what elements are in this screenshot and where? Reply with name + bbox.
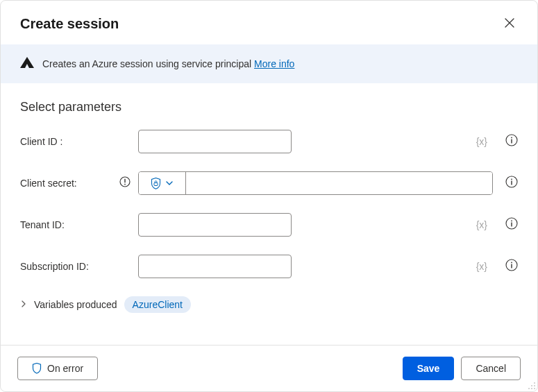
svg-point-1 — [511, 137, 512, 138]
svg-rect-6 — [154, 182, 158, 185]
variable-pill[interactable]: AzureClient — [124, 296, 191, 313]
param-row-client-id: Client ID : {x} — [20, 130, 518, 153]
chevron-right-icon — [20, 300, 27, 308]
tenant-id-input[interactable] — [138, 213, 292, 237]
save-button[interactable]: Save — [403, 357, 455, 380]
section-title: Select parameters — [20, 100, 518, 114]
variable-hint-icon: {x} — [476, 261, 487, 272]
param-row-tenant-id: Tenant ID: {x} — [20, 213, 518, 237]
variable-hint-icon: {x} — [476, 136, 487, 147]
svg-rect-9 — [511, 181, 512, 185]
resize-grip-icon[interactable] — [528, 382, 536, 390]
param-row-client-secret: Client secret: — [20, 171, 518, 195]
close-button[interactable] — [501, 15, 518, 33]
dialog-footer: On error Save Cancel — [1, 345, 537, 391]
variable-hint-icon: {x} — [476, 219, 487, 230]
tenant-id-label: Tenant ID: — [20, 219, 112, 230]
svg-point-14 — [511, 262, 512, 263]
client-id-info-button[interactable] — [505, 134, 518, 149]
client-secret-input[interactable] — [186, 172, 492, 194]
dialog-title: Create session — [20, 16, 119, 32]
chevron-down-icon — [165, 179, 174, 187]
svg-point-17 — [531, 385, 532, 386]
svg-rect-2 — [511, 139, 512, 144]
svg-point-20 — [531, 388, 532, 389]
cancel-button[interactable]: Cancel — [461, 357, 521, 380]
info-icon — [505, 217, 518, 230]
info-icon — [505, 176, 518, 188]
client-id-label: Client ID : — [20, 136, 112, 147]
warning-icon — [119, 176, 131, 187]
subscription-id-info-button[interactable] — [505, 259, 518, 274]
info-icon — [505, 134, 518, 146]
tenant-id-info-button[interactable] — [505, 217, 518, 232]
azure-icon — [20, 57, 34, 71]
subscription-id-label: Subscription ID: — [20, 261, 112, 272]
info-banner: Creates an Azure session using service p… — [1, 44, 537, 83]
dialog-content: Select parameters Client ID : {x} Client… — [1, 83, 537, 345]
svg-point-16 — [534, 382, 535, 384]
client-id-input[interactable] — [138, 130, 292, 153]
on-error-button[interactable]: On error — [17, 357, 98, 380]
param-row-subscription-id: Subscription ID: {x} — [20, 255, 518, 278]
client-secret-info-button[interactable] — [505, 176, 518, 191]
client-secret-label: Client secret: — [20, 178, 112, 189]
close-icon — [504, 17, 515, 28]
info-icon — [505, 259, 518, 271]
variables-produced-row: Variables produced AzureClient — [20, 296, 518, 313]
more-info-link[interactable]: More info — [254, 58, 294, 69]
shield-icon — [32, 363, 42, 374]
client-secret-warning-icon[interactable] — [119, 176, 131, 190]
svg-point-8 — [511, 178, 512, 180]
dialog-header: Create session — [1, 1, 537, 44]
svg-point-19 — [528, 388, 530, 389]
svg-point-11 — [511, 220, 512, 221]
svg-point-18 — [534, 385, 535, 386]
svg-point-21 — [534, 388, 535, 389]
svg-rect-12 — [511, 223, 512, 227]
secret-type-dropdown[interactable] — [139, 172, 186, 194]
subscription-id-input[interactable] — [138, 255, 292, 278]
client-secret-secure-group — [138, 171, 493, 195]
svg-rect-15 — [511, 264, 512, 269]
svg-point-5 — [124, 184, 126, 185]
svg-rect-4 — [124, 179, 125, 183]
shield-lock-icon — [151, 178, 161, 189]
variables-produced-toggle[interactable] — [20, 298, 27, 311]
variables-produced-label: Variables produced — [34, 299, 117, 310]
banner-text: Creates an Azure session using service p… — [42, 58, 294, 69]
